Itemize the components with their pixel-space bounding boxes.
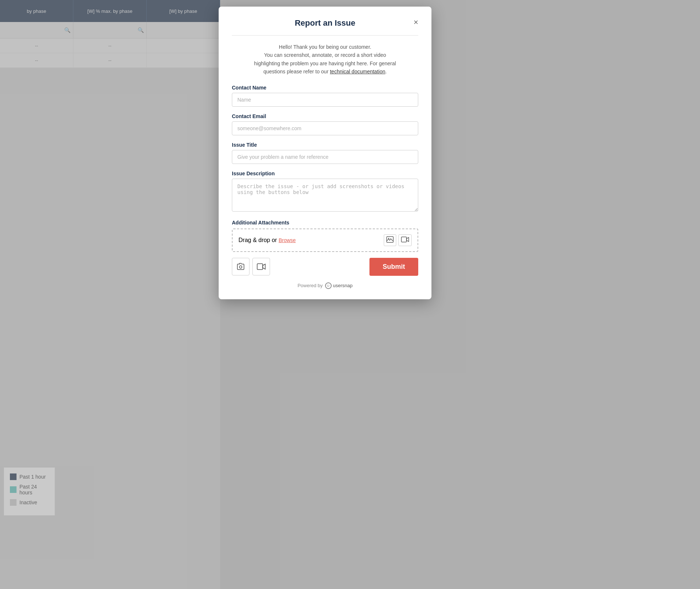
attachments-label: Additional Attachments (232, 220, 418, 226)
submit-button[interactable]: Submit (369, 258, 418, 276)
close-button[interactable]: × (413, 18, 418, 26)
contact-name-input[interactable] (232, 93, 418, 107)
issue-title-input[interactable] (232, 150, 418, 164)
svg-rect-2 (401, 237, 406, 242)
contact-email-input[interactable] (232, 121, 418, 135)
report-issue-modal: Report an Issue × Hello! Thank you for b… (219, 7, 431, 299)
modal-title: Report an Issue (295, 18, 355, 28)
issue-description-label: Issue Description (232, 171, 418, 176)
issue-description-input[interactable] (232, 179, 418, 212)
svg-point-1 (388, 238, 389, 239)
modal-intro-text: Hello! Thank you for being our customer.… (232, 43, 418, 76)
contact-email-label: Contact Email (232, 113, 418, 119)
modal-divider (232, 35, 418, 36)
dropzone-text: Drag & drop or Browse (238, 237, 296, 244)
browse-button[interactable]: Browse (278, 237, 296, 243)
video-record-button[interactable] (252, 258, 270, 275)
contact-name-group: Contact Name (232, 85, 418, 107)
contact-email-group: Contact Email (232, 113, 418, 135)
technical-doc-link[interactable]: technical documentation (330, 69, 385, 74)
capture-buttons (232, 258, 270, 275)
dropzone[interactable]: Drag & drop or Browse (232, 228, 418, 252)
contact-name-label: Contact Name (232, 85, 418, 91)
image-icon-button[interactable] (384, 234, 396, 246)
attachments-section: Additional Attachments Drag & drop or Br… (232, 220, 418, 252)
modal-header: Report an Issue × (232, 18, 418, 28)
usersnap-logo: U usersnap (325, 282, 353, 289)
issue-title-label: Issue Title (232, 142, 418, 148)
svg-point-3 (240, 266, 242, 268)
issue-title-group: Issue Title (232, 142, 418, 164)
video-icon-button[interactable] (398, 234, 412, 246)
modal-footer: Submit (232, 258, 418, 276)
usersnap-icon: U (325, 282, 332, 289)
dropzone-icon-area (384, 234, 412, 246)
svg-rect-4 (257, 264, 263, 270)
powered-by: Powered by U usersnap (232, 282, 418, 289)
issue-description-group: Issue Description (232, 171, 418, 213)
screenshot-button[interactable] (232, 258, 249, 275)
